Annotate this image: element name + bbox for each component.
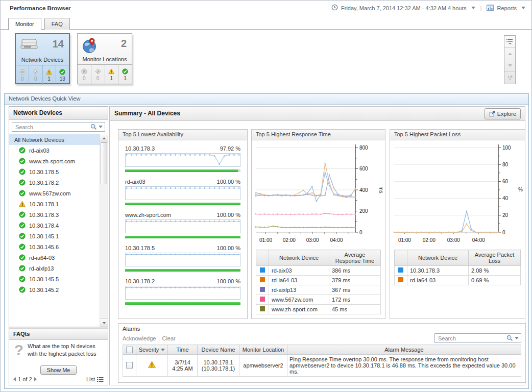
table-row[interactable]: rd-ia64-03379 ms <box>256 276 381 285</box>
table-row[interactable]: rd-ia64-030.69 % <box>395 276 521 285</box>
scrollbar-down-button[interactable] <box>100 318 108 327</box>
table-row[interactable]: www.567zw.com172 ms <box>256 295 381 305</box>
warning-status-icon <box>148 361 156 369</box>
tab-faq[interactable]: FAQ <box>44 18 70 30</box>
device-list-item[interactable]: 10.30.145.5 <box>9 274 100 284</box>
device-name: 10.30.178.4 <box>29 223 59 229</box>
tile-monitor-locations[interactable]: 2 Monitor Locations 0011 <box>77 33 132 84</box>
response-time-chart: 0200400600800ms01:0002:0003:0004:00 <box>252 140 385 247</box>
show-me-button[interactable]: Show Me <box>40 365 77 375</box>
critical-status-icon <box>95 68 101 75</box>
scroll-down-button[interactable] <box>504 60 515 72</box>
time-range-caret-icon[interactable] <box>471 7 475 9</box>
previous-page-icon[interactable] <box>13 377 16 381</box>
next-page-icon[interactable] <box>34 377 37 381</box>
page-title: Performance Browser <box>10 5 71 11</box>
sidebar-search-input[interactable] <box>14 124 90 131</box>
table-row[interactable]: www.zh-sport.com45 ms <box>256 305 381 314</box>
device-cell: rd-ia64-03 <box>269 276 329 285</box>
reports-caret-icon[interactable] <box>521 7 525 9</box>
table-row[interactable]: rd-aix03386 ms <box>256 266 381 276</box>
availability-value: 97.92 % <box>220 145 240 152</box>
fatal-status-icon <box>19 69 26 75</box>
device-list-item[interactable]: rd-ia64-03 <box>9 252 100 263</box>
table-row[interactable]: 10.30.178.32.08 % <box>395 266 521 276</box>
device-name: 10.30.145.2 <box>29 287 59 293</box>
availability-device-name: 10.30.178.5 <box>125 245 155 251</box>
device-list-item[interactable]: 10.30.178.4 <box>9 220 100 231</box>
explore-button[interactable]: Explore <box>485 108 521 119</box>
scrollbar-thumb[interactable] <box>101 142 107 184</box>
device-list-item[interactable]: rd-aix03 <box>9 145 100 156</box>
normal-status-icon <box>19 158 26 164</box>
alarm-location: apmwebserver2 <box>239 354 287 376</box>
select-all-header[interactable] <box>123 345 136 355</box>
status-count: 0 <box>21 76 24 82</box>
device-list-item[interactable]: 10.30.178.2 <box>9 177 100 188</box>
table-row[interactable]: rd-aixlp13367 ms <box>256 285 381 295</box>
view-options-button[interactable] <box>504 36 515 48</box>
search-options-caret-icon[interactable] <box>99 126 103 128</box>
device-list-item[interactable]: 10.30.178.3 <box>9 209 100 220</box>
device-name: 10.30.178.1 <box>29 201 59 207</box>
search-options-caret-icon[interactable] <box>515 337 519 339</box>
alarms-search-input[interactable] <box>437 335 506 342</box>
quick-view-panel: Network Devices Quick View Network Devic… <box>4 93 529 389</box>
up-arrow-icon <box>103 137 106 139</box>
sidebar-searchbox <box>12 122 105 132</box>
reports-menu[interactable]: Reports <box>497 5 517 11</box>
value-cell: 0.69 % <box>469 276 521 285</box>
search-icon[interactable] <box>90 124 97 130</box>
fatal-status-icon <box>81 68 87 75</box>
packet-loss-panel-title: Top 5 Highest Packet Loss <box>390 130 525 140</box>
time-range-selector[interactable]: Friday, March 7, 2014 12:32 AM - 4:32 AM… <box>341 5 467 11</box>
series-color-swatch <box>260 277 265 282</box>
series-color-swatch <box>260 297 265 302</box>
svg-text:04:00: 04:00 <box>330 237 343 243</box>
status-count: 0 <box>34 76 37 82</box>
device-list-item[interactable]: www.567zw.com <box>9 188 100 199</box>
availability-rows: 10.30.178.397.92 %rd-aix03100.00 %www.zh… <box>118 140 247 305</box>
device-list-item[interactable]: 10.30.145.1 <box>9 231 100 241</box>
scroll-up-button[interactable] <box>504 48 515 60</box>
device-list-scrollbar[interactable] <box>100 134 108 327</box>
clear-button[interactable]: Clear <box>162 335 175 341</box>
alarm-device: 10.30.178.1 (10.30.178.1) <box>198 354 239 376</box>
sort-tiles-button[interactable] <box>504 72 515 84</box>
device-list-item[interactable]: 10.30.178.1 <box>9 199 100 209</box>
acknowledge-button[interactable]: Acknowledge <box>123 335 156 341</box>
status-count: 0 <box>96 76 100 81</box>
value-cell: 379 ms <box>329 276 381 285</box>
tile-network-devices[interactable]: 14 Network Devices 00113 <box>15 33 70 84</box>
time-range-icon <box>331 4 338 12</box>
device-cell: rd-aixlp13 <box>269 285 329 295</box>
device-name: rd-ia64-03 <box>29 255 55 261</box>
tile-status-warning: 1 <box>105 65 118 85</box>
normal-status-icon <box>19 243 26 250</box>
device-list-item[interactable]: 10.30.145.2 <box>9 284 100 295</box>
column-header: Monitor Location <box>239 345 287 355</box>
availability-device-name: 10.30.178.2 <box>125 278 155 284</box>
device-list-item-all[interactable]: All Network Devices <box>9 134 100 145</box>
warning-status-icon <box>46 69 52 75</box>
list-icon[interactable] <box>97 377 104 382</box>
device-list-item[interactable]: rd-aixlp13 <box>9 263 100 274</box>
tab-monitor[interactable]: Monitor <box>8 18 41 30</box>
severity-column-header[interactable]: Severity <box>136 345 168 355</box>
series-color-swatch <box>260 267 265 273</box>
search-icon[interactable] <box>506 335 513 341</box>
normal-status-icon <box>19 286 26 293</box>
device-list-item[interactable]: 10.30.145.6 <box>9 241 100 252</box>
svg-text:40: 40 <box>502 195 509 201</box>
device-list-item[interactable]: 10.30.178.5 <box>9 166 100 177</box>
select-all-checkbox[interactable] <box>126 347 133 353</box>
device-list: All Network Devices rd-aix03www.zh-sport… <box>9 134 100 327</box>
faq-list-button[interactable]: List <box>86 376 95 382</box>
alarm-row[interactable]: 3/7/14 4:25 AM10.30.178.1 (10.30.178.1)a… <box>123 354 521 376</box>
device-list-item[interactable]: www.zh-sport.com <box>9 156 100 166</box>
device-name: www.zh-sport.com <box>29 158 75 164</box>
alarm-checkbox[interactable] <box>126 362 133 369</box>
availability-bar-track <box>125 236 240 238</box>
tile-status-normal: 13 <box>56 65 69 85</box>
scrollbar-up-button[interactable] <box>100 134 108 142</box>
